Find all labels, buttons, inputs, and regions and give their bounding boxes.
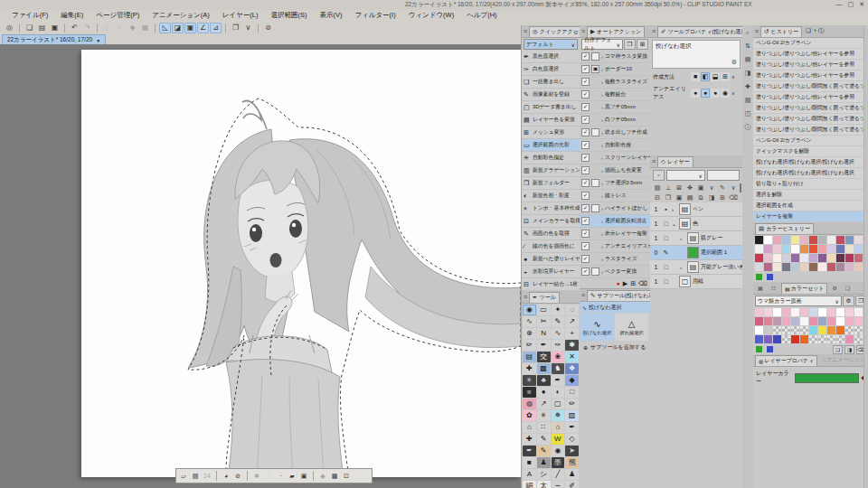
tool-icon[interactable]: 太	[537, 481, 551, 488]
menu-item[interactable]: アニメーション(A)	[146, 11, 216, 20]
selection-launcher-icon[interactable]: ◌	[263, 471, 274, 481]
tool-icon[interactable]: ◍	[523, 399, 536, 409]
action-enabled-checkbox[interactable]: ✓	[581, 90, 590, 99]
expander-icon[interactable]: ›	[601, 143, 603, 148]
color-swatch[interactable]	[755, 245, 763, 253]
color-swatch[interactable]	[818, 236, 826, 244]
menu-item[interactable]: フィルター(I)	[348, 11, 401, 20]
window-button[interactable]: ✕	[859, 1, 864, 8]
sub-tool-tile[interactable]: △ 折れ線選択	[615, 314, 648, 341]
creation-method-button[interactable]: ⬓	[711, 72, 720, 81]
tool-icon[interactable]: N	[537, 328, 551, 339]
expander-icon[interactable]: ›	[601, 206, 603, 211]
color-swatch[interactable]	[782, 326, 790, 334]
opacity-box[interactable]	[707, 170, 740, 181]
auto-action-item[interactable]: ✓ › ラスタライズ	[580, 253, 650, 266]
tool-icon[interactable]: ✏	[565, 399, 579, 409]
tool-icon[interactable]: ◉	[552, 446, 565, 456]
history-item[interactable]: 塗りつぶし/塗りつぶし/隙間無く囲って塗るツール	[753, 114, 863, 125]
color-swatch[interactable]	[809, 263, 817, 271]
tool-icon[interactable]: ●	[537, 387, 551, 398]
menu-item[interactable]: 選択範囲(S)	[264, 11, 313, 20]
auto-action-preset-dropdown[interactable]: 自作デフォルト ∨	[581, 39, 623, 50]
color-swatch[interactable]	[836, 317, 844, 325]
tab-sub-tool[interactable]: ✎ サブツール[投げなわ選択]	[587, 290, 650, 301]
auto-action-item[interactable]: ✓ › スクリーンレイヤー化	[580, 152, 650, 164]
auto-action-item[interactable]: ✓ › アンチエイリアスオフ	[580, 240, 650, 253]
selection-launcher-icon[interactable]: ◔	[275, 471, 286, 481]
action-enabled-checkbox[interactable]: ✓	[581, 141, 590, 149]
expander-icon[interactable]: ›	[601, 257, 603, 262]
color-swatch[interactable]	[800, 326, 808, 334]
quick-access-item[interactable]: ● 新規べた塗りレイヤー	[522, 253, 580, 266]
menu-item[interactable]: レイヤー(L)	[216, 11, 265, 20]
color-swatch[interactable]	[791, 326, 799, 334]
quick-access-item[interactable]: ✎ 画像素材を登録	[522, 89, 580, 101]
history-item[interactable]: 塗りつぶし/塗りつぶし/他レイヤーを参照	[753, 49, 863, 60]
panel-scrollbar[interactable]	[863, 25, 868, 488]
selection-launcher-icon[interactable]: ▣	[298, 471, 309, 481]
color-swatch[interactable]	[809, 335, 817, 343]
color-swatch[interactable]	[854, 308, 863, 316]
tool-icon[interactable]: ▨	[565, 410, 579, 421]
preset-button[interactable]: ⚙	[843, 296, 854, 306]
action-enabled-checkbox[interactable]: ✓	[581, 242, 590, 250]
layer-property-tab[interactable]: ◔ アニメーションセル	[819, 355, 868, 365]
toolbar-icon[interactable]: ▣	[184, 23, 196, 33]
tool-icon[interactable]: ╱	[552, 469, 565, 480]
color-swatch[interactable]	[854, 236, 863, 244]
tool-icon[interactable]: ◉	[523, 305, 536, 315]
color-swatch[interactable]	[845, 236, 854, 244]
creation-method-button[interactable]: ⊞	[721, 72, 730, 81]
history-item[interactable]: レイヤーを複製	[753, 211, 863, 222]
color-swatch[interactable]	[827, 308, 835, 316]
tool-icon[interactable]: ❀	[552, 352, 565, 362]
quick-access-item[interactable]: ▤ レイヤー色を変換	[522, 114, 580, 127]
toolbar-icon[interactable]	[258, 23, 259, 33]
color-swatch[interactable]	[845, 263, 854, 271]
action-dialog-checkbox[interactable]	[591, 267, 599, 276]
tool-icon[interactable]: 熊	[565, 457, 579, 468]
collapsed-palette-icon[interactable]: ▤	[742, 52, 753, 66]
preset-button[interactable]: ⊞	[637, 39, 648, 50]
auto-action-item[interactable]: ✓ › コマ枠ラスタ変換	[580, 51, 650, 63]
color-swatch[interactable]	[827, 263, 835, 271]
layer-check-icon[interactable]: ▪	[662, 206, 670, 212]
quick-access-item[interactable]: ❏ 一括書き出し	[522, 76, 580, 89]
layer-toolbar-icon[interactable]: ▧	[653, 184, 662, 192]
color-set-tab[interactable]: ☷	[769, 283, 779, 293]
action-enabled-checkbox[interactable]: ✓	[581, 255, 590, 263]
color-swatch[interactable]	[764, 317, 772, 325]
tool-icon[interactable]: ✦	[552, 305, 565, 315]
tab-tools[interactable]: ✒ ツール	[529, 292, 560, 303]
color-swatch[interactable]	[782, 236, 790, 244]
color-swatch[interactable]	[782, 263, 790, 271]
history-item[interactable]: クイックマスクを解除	[753, 146, 863, 157]
color-swatch[interactable]	[800, 254, 808, 262]
tool-icon[interactable]: ∽	[552, 481, 565, 488]
toolbar-icon[interactable]: ∨	[242, 23, 254, 33]
expander-icon[interactable]: ›	[601, 244, 603, 249]
tool-icon[interactable]: ■	[523, 457, 536, 468]
toolbar-icon[interactable]	[225, 23, 226, 33]
auto-action-item[interactable]: ✓ › 吹き出しフチ作成	[580, 127, 650, 139]
action-enabled-checkbox[interactable]: ✓	[581, 103, 590, 111]
tool-icon[interactable]: ∿	[523, 316, 536, 327]
layer-visibility-icon[interactable]: 1	[652, 235, 660, 241]
tool-icon[interactable]: ↗	[565, 316, 579, 327]
collapsed-palette-icon[interactable]: ✚	[742, 80, 753, 93]
color-swatch[interactable]	[800, 236, 808, 244]
tab-layer[interactable]: ◇ レイヤー	[657, 156, 693, 167]
color-swatch[interactable]	[854, 263, 863, 271]
color-swatch[interactable]	[845, 254, 854, 262]
panel-icon-tab[interactable]: ◔	[813, 27, 816, 35]
menu-item[interactable]: 表示(V)	[313, 11, 348, 20]
window-button[interactable]: ▢	[848, 1, 854, 8]
action-enabled-checkbox[interactable]: ✓	[581, 128, 590, 136]
tool-icon[interactable]: ✒	[565, 422, 579, 433]
antialias-button[interactable]: ●	[711, 89, 720, 98]
layer-visibility-icon[interactable]: 1	[652, 264, 660, 270]
expander-icon[interactable]: ›	[601, 130, 603, 136]
color-swatch[interactable]	[764, 335, 772, 343]
expander-icon[interactable]: ›	[601, 269, 603, 275]
